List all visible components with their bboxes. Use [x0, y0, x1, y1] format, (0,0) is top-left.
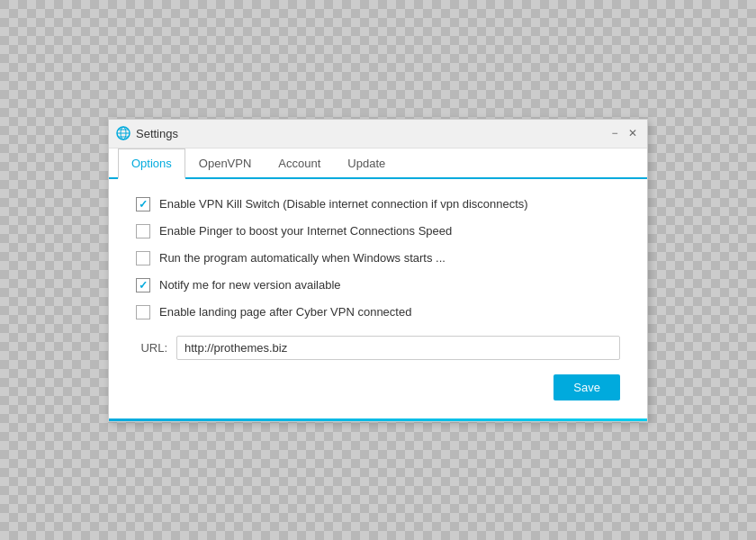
checkbox-autostart[interactable]: [136, 251, 150, 266]
checkbox-notify[interactable]: ✓: [136, 278, 150, 292]
title-bar-left: Settings: [116, 126, 178, 140]
checkbox-pinger[interactable]: [136, 224, 150, 238]
url-input[interactable]: [176, 336, 620, 360]
minimize-button[interactable]: −: [608, 126, 622, 140]
settings-window: Settings − ✕ Options OpenVPN Account Upd…: [108, 119, 648, 422]
url-row: URL:: [136, 336, 620, 360]
tab-openvpn[interactable]: OpenVPN: [185, 148, 266, 179]
window-title: Settings: [136, 127, 178, 140]
label-notify: Notify me for new version available: [159, 278, 341, 292]
checkbox-row-autostart: Run the program automatically when Windo…: [136, 251, 620, 266]
checkbox-row-notify: ✓ Notify me for new version available: [136, 278, 620, 292]
checkbox-row-kill-switch: ✓ Enable VPN Kill Switch (Disable intern…: [136, 197, 620, 212]
url-label: URL:: [136, 341, 167, 355]
checkbox-row-landing: Enable landing page after Cyber VPN conn…: [136, 305, 620, 320]
save-button[interactable]: Save: [554, 374, 620, 400]
tab-update[interactable]: Update: [334, 148, 399, 179]
tab-account[interactable]: Account: [265, 148, 334, 179]
checkmark-notify: ✓: [139, 279, 148, 292]
label-pinger: Enable Pinger to boost your Internet Con…: [159, 224, 452, 238]
close-button[interactable]: ✕: [626, 126, 640, 140]
content-area: ✓ Enable VPN Kill Switch (Disable intern…: [109, 179, 647, 418]
checkbox-landing[interactable]: [136, 305, 150, 320]
globe-icon: [116, 126, 130, 140]
tab-options[interactable]: Options: [118, 148, 185, 179]
title-bar: Settings − ✕: [109, 120, 647, 148]
checkbox-row-pinger: Enable Pinger to boost your Internet Con…: [136, 224, 620, 238]
bottom-border: [109, 418, 647, 421]
tab-bar: Options OpenVPN Account Update: [109, 148, 647, 179]
save-row: Save: [136, 374, 620, 400]
checkbox-kill-switch[interactable]: ✓: [136, 197, 150, 212]
label-kill-switch: Enable VPN Kill Switch (Disable internet…: [159, 197, 528, 211]
checkmark-kill-switch: ✓: [139, 198, 148, 211]
label-autostart: Run the program automatically when Windo…: [159, 251, 446, 265]
label-landing: Enable landing page after Cyber VPN conn…: [159, 305, 411, 319]
title-bar-controls: − ✕: [608, 126, 640, 140]
